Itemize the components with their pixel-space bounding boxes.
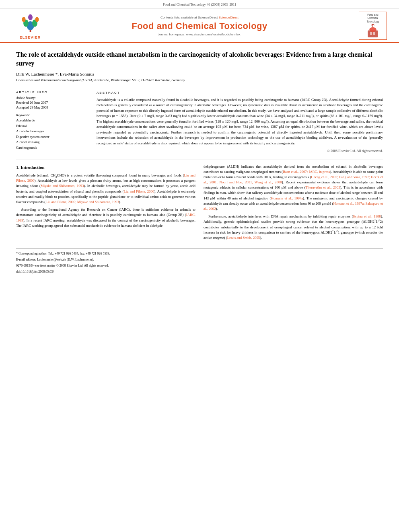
author-names: Dirk W. Lachenmeier *, Eva-Maria Sohnius [16, 72, 94, 76]
keyword-1: Acetaldehyde [16, 118, 88, 123]
section-divider [16, 160, 383, 160]
doi-note: doi:10.1016/j.fct.2008.05.034 [16, 269, 383, 274]
ref-baan-2007[interactable]: Baan et al., 2007; IARC, in press [283, 170, 330, 174]
ref-liu-miyake[interactable]: Liu and Pilone, 2000; Miyake and Shibamo… [45, 200, 119, 204]
journal-title-area: Contents lists available at ScienceDirec… [48, 16, 351, 36]
keyword-5: Alcohol drinking [16, 140, 88, 145]
intro-para1: Acetaldehyde (ethanal, CH3CHO) is a pote… [16, 173, 195, 205]
footnote-section: * Corresponding author. Tel.: +49 721 92… [16, 249, 383, 274]
body-right-column: dehydrogenase (ALDH) indicates that acet… [204, 164, 383, 243]
article-info-label: ARTICLE INFO [16, 90, 88, 94]
ref-homann-salaspuro[interactable]: Homann et al., 1997a; Salaspuro et al., … [204, 201, 383, 211]
homepage-label: journal homepage: www.elsevier.com/locat… [158, 33, 241, 36]
ref-cheng-2003[interactable]: Cheng et al., 2003; Fang and Vaca, 1997;… [204, 175, 383, 184]
abstract-label: ABSTRACT [97, 90, 383, 95]
accepted-date: Accepted 29 May 2008 [16, 105, 88, 110]
sciencedirect-line: Contents lists available at ScienceDirec… [48, 16, 351, 19]
article-history-label: Article history: [16, 96, 88, 100]
ref-theruvathu-2005[interactable]: Theruvathu et al., 2005 [306, 185, 340, 189]
abstract-column: ABSTRACT Acetaldehyde is a volatile comp… [97, 90, 383, 154]
intro-heading: 1. Introduction [16, 164, 195, 171]
copyright-line: © 2008 Elsevier Ltd. All rights reserved… [97, 148, 383, 153]
ref-homann-1997a[interactable]: Homann et al., 1997a [271, 196, 303, 200]
article-title: The role of acetaldehyde outside ethanol… [16, 50, 383, 68]
elsevier-logo-area: ELSEVIER [12, 12, 48, 39]
svg-point-6 [28, 14, 33, 20]
logo-title-text: Food andChemicalToxicology [367, 13, 379, 23]
journal-logo-icon [364, 23, 381, 38]
keyword-3: Alcoholic beverages [16, 129, 88, 134]
elsevier-logo: ELSEVIER [12, 12, 48, 39]
intro-title: Introduction [21, 165, 45, 170]
intro-para2: According to the International Agency fo… [16, 207, 195, 228]
body-section: 1. Introduction Acetaldehyde (ethanal, C… [16, 164, 383, 243]
article-history-group: Article history: Received 26 June 2007 A… [16, 96, 88, 110]
svg-rect-12 [370, 32, 372, 35]
affiliation: Chemisches und Veterinäruntersuchungsamt… [16, 78, 383, 82]
issn-note: 0278-6915/$ - see front matter © 2008 El… [16, 263, 383, 268]
body-left-column: 1. Introduction Acetaldehyde (ethanal, C… [16, 164, 195, 243]
leading-text: leading [273, 175, 284, 179]
keywords-label: Keywords: [16, 113, 88, 117]
received-date: Received 26 June 2007 [16, 101, 88, 105]
article-content: The role of acetaldehyde outside ethanol… [0, 43, 399, 283]
journal-logo-box-area: Food andChemicalToxicology [351, 12, 387, 40]
keyword-4: Digestive system cancer [16, 134, 88, 140]
intro-para3: dehydrogenase (ALDH) indicates that acet… [204, 164, 383, 212]
intro-para4: Furthermore, acetaldehyde interferes wit… [204, 214, 383, 240]
svg-rect-13 [373, 32, 375, 35]
contents-available-text: Contents lists available at ScienceDirec… [160, 16, 218, 19]
keyword-6: Carcinogenesis [16, 145, 88, 151]
journal-logo-box: Food andChemicalToxicology [359, 12, 387, 40]
svg-point-4 [22, 17, 25, 22]
article-info-column: ARTICLE INFO Article history: Received 2… [16, 90, 88, 154]
journal-homepage: journal homepage: www.elsevier.com/locat… [48, 33, 351, 36]
corresponding-author-note: * Corresponding author. Tel.: +49 721 92… [16, 251, 383, 256]
authors: Dirk W. Lachenmeier *, Eva-Maria Sohnius [16, 72, 383, 76]
journal-header: ELSEVIER Contents lists available at Sci… [0, 8, 399, 43]
top-bar: Food and Chemical Toxicology 46 (2008) 2… [0, 0, 399, 8]
ref-lewis-smith-2005[interactable]: Lewis and Smith, 2005 [227, 236, 260, 240]
keyword-list: Acetaldehyde Ethanol Alcoholic beverages… [16, 118, 88, 151]
journal-title: Food and Chemical Toxicology [48, 21, 351, 31]
elsevier-label: ELSEVIER [20, 35, 41, 39]
ref-liu-pilone-2000b[interactable]: Liu and Pilone, 2000 [123, 189, 154, 193]
svg-point-5 [35, 17, 39, 22]
keyword-2: Ethanol [16, 123, 88, 129]
email-note: E-mail address: Lachenmeier@web.de (D.W.… [16, 257, 383, 262]
abstract-text: Acetaldehyde is a volatile compound natu… [97, 97, 383, 146]
keywords-group: Keywords: Acetaldehyde Ethanol Alcoholic… [16, 113, 88, 151]
elsevier-tree-icon [19, 12, 41, 35]
ref-miyake-1993[interactable]: Miyake and Shibamoto, 1993 [41, 184, 84, 188]
ref-liu-pilone-2000[interactable]: Liu and Pilone, 2000 [16, 173, 195, 183]
journal-citation: Food and Chemical Toxicology 46 (2008) 2… [163, 2, 237, 6]
article-info-abstract-section: ARTICLE INFO Article history: Received 2… [16, 87, 383, 154]
ref-espina-1988[interactable]: Espina et al., 1988 [353, 214, 381, 218]
sciencedirect-link[interactable]: ScienceDirect [219, 16, 239, 19]
intro-number: 1. [16, 165, 19, 170]
ref-iarc-1999[interactable]: IARC, 1999 [16, 213, 195, 222]
svg-point-8 [369, 27, 376, 32]
